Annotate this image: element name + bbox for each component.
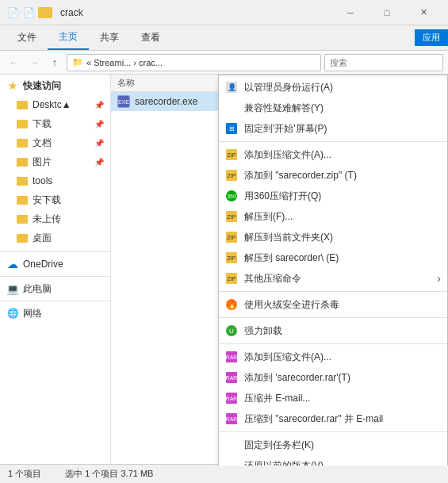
minimize-button[interactable]: ─ [332,0,369,25]
cm-more-zip-label: 其他压缩命令 [244,272,441,286]
status-bar: 1 个项目 选中 1 个项目 3.71 MB [0,464,448,483]
sidebar-item-docs[interactable]: 文档 📌 [0,133,110,152]
cm-rar-email2[interactable]: RAR 压缩到 "sarecorder.rar" 并 E-mail [219,408,447,429]
sidebar-item-weishangchuan[interactable]: 未上传 [0,209,110,228]
star-icon: ★ [6,79,19,92]
ribbon-tabs: 文件 主页 共享 查看 [0,25,178,50]
cm-360zip-label: 用360压缩打开(Q) [244,190,441,203]
network-icon: 🌐 [6,307,19,320]
tab-file[interactable]: 文件 [6,25,48,50]
cm-pin-start-label: 固定到'开始'屏幕(P) [244,122,441,136]
sidebar-item-anxiazai[interactable]: 安下载 [0,190,110,209]
cm-extract-folder[interactable]: ZIP 解压到 sarecorder\ (E) [219,247,447,268]
cm-compatibility-label: 兼容性疑难解答(Y) [244,102,441,115]
close-button[interactable]: ✕ [405,0,442,25]
cm-rar-add2[interactable]: RAR 添加到 'sarecorder.rar'(T) [219,367,447,388]
cm-extract-here[interactable]: ZIP 解压到当前文件夹(X) [219,227,447,247]
folder-icon-docs [16,136,29,149]
doc-icon1: 📄 [6,6,19,19]
cm-compatibility[interactable]: 兼容性疑难解答(Y) [219,98,447,118]
status-selected: 选中 1 个项目 3.71 MB [65,468,153,480]
folder-icon-pictures [16,155,29,168]
zip-360-icon: 360 [225,190,238,202]
zip-icon2: ZIP [225,169,238,182]
sidebar-item-zhuomian[interactable]: 桌面 [0,228,110,247]
svg-text:ZIP: ZIP [228,276,236,282]
cm-run-as-admin[interactable]: 👤 以管理员身份运行(A) [219,77,447,98]
cm-uninstall[interactable]: U 强力卸载 [219,320,447,341]
address-bar: ← → ↑ 📁 « Streami... › crac... [0,51,448,75]
cm-antivirus-label: 使用火绒安全进行杀毒 [244,298,441,312]
compatibility-icon [225,102,238,114]
svg-text:RAR: RAR [226,396,237,401]
cm-360zip[interactable]: 360 用360压缩打开(Q) [219,186,447,206]
cm-rar-add1[interactable]: RAR 添加到压缩文件(A)... [219,347,447,367]
cm-pin-taskbar[interactable]: 固定到任务栏(K) [219,435,447,455]
cm-sep4 [219,343,447,344]
cm-add-zip2[interactable]: ZIP 添加到 "sarecorder.zip" (T) [219,165,447,186]
cm-sep3 [219,317,447,318]
pin-icon-3: 📌 [94,139,104,148]
pin-start-icon: ⊞ [225,122,238,135]
cm-antivirus[interactable]: 🔥 使用火绒安全进行杀毒 [219,294,447,315]
sidebar-item-desktop[interactable]: Desktc▲ 📌 [0,95,110,114]
restore-icon [225,459,238,466]
cm-restore-version[interactable]: 还原以前的版本(V) [219,455,447,466]
pc-icon: 💻 [6,282,19,295]
cm-restore-version-label: 还原以前的版本(V) [244,459,441,466]
cm-extract-to-label: 解压到(F)... [244,210,441,224]
tab-view[interactable]: 查看 [130,25,171,50]
up-button[interactable]: ↑ [46,54,63,71]
sidebar-separator2 [0,276,110,277]
cm-add-zip2-label: 添加到 "sarecorder.zip" (T) [244,169,441,182]
cm-sep2 [219,291,447,292]
title-bar-icons: 📄 📄 [6,6,52,19]
cm-rar-email[interactable]: RAR 压缩并 E-mail... [219,388,447,408]
back-button[interactable]: ← [5,54,22,71]
maximize-button[interactable]: □ [369,0,405,25]
quick-access-section: ★ 快速访问 Desktc▲ 📌 下载 📌 文档 📌 图片 📌 [0,75,110,249]
sidebar-item-downloads[interactable]: 下载 📌 [0,114,110,133]
cm-pin-start[interactable]: ⊞ 固定到'开始'屏幕(P) [219,118,447,139]
sidebar-item-pictures[interactable]: 图片 📌 [0,152,110,171]
cm-uninstall-label: 强力卸载 [244,324,441,338]
address-path[interactable]: 📁 « Streami... › crac... [67,54,321,71]
tab-share[interactable]: 共享 [89,25,130,50]
window-title: crack [60,7,83,18]
pin-icon-2: 📌 [94,120,104,128]
context-menu: 👤 以管理员身份运行(A) 兼容性疑难解答(Y) ⊞ 固定到'开始'屏幕(P) [218,75,448,466]
pin-taskbar-icon [225,439,238,451]
rar-icon1: RAR [225,351,238,363]
rar-email2-icon: RAR [225,412,238,425]
main-area: ★ 快速访问 Desktc▲ 📌 下载 📌 文档 📌 图片 📌 [0,75,448,466]
cm-rar-email2-label: 压缩到 "sarecorder.rar" 并 E-mail [244,412,441,426]
svg-text:RAR: RAR [226,355,237,360]
cm-extract-to[interactable]: ZIP 解压到(F)... [219,206,447,227]
cm-add-zip1[interactable]: ZIP 添加到压缩文件(A)... [219,144,447,165]
app-badge: 应用 [415,29,448,46]
sidebar-item-network[interactable]: 🌐 网络 [0,304,110,323]
svg-text:RAR: RAR [226,416,237,422]
tab-home[interactable]: 主页 [48,25,89,50]
folder-icon-tools [16,174,29,187]
cm-pin-taskbar-label: 固定到任务栏(K) [244,439,441,452]
cm-rar-add2-label: 添加到 'sarecorder.rar'(T) [244,371,441,385]
cm-more-zip[interactable]: ZIP 其他压缩命令 [219,268,447,289]
sidebar-item-onedrive[interactable]: ☁ OneDrive [0,255,110,274]
sidebar-item-thispc[interactable]: 💻 此电脑 [0,279,110,298]
svg-text:360: 360 [227,194,236,199]
sidebar-quick-access[interactable]: ★ 快速访问 [0,76,110,95]
svg-text:RAR: RAR [226,375,237,381]
forward-button[interactable]: → [25,54,43,71]
svg-text:ZIP: ZIP [228,152,236,158]
folder-icon-downloads [16,117,29,130]
search-input[interactable] [324,54,443,71]
cm-sep1 [219,141,447,142]
folder-icon-desktop [16,98,29,111]
folder-icon-zhuomian [16,232,29,244]
pin-icon-4: 📌 [94,158,104,167]
sidebar-separator3 [0,301,110,301]
cm-extract-here-label: 解压到当前文件夹(X) [244,231,441,244]
sidebar-item-tools[interactable]: tools [0,171,110,190]
fire-icon: 🔥 [225,298,238,311]
